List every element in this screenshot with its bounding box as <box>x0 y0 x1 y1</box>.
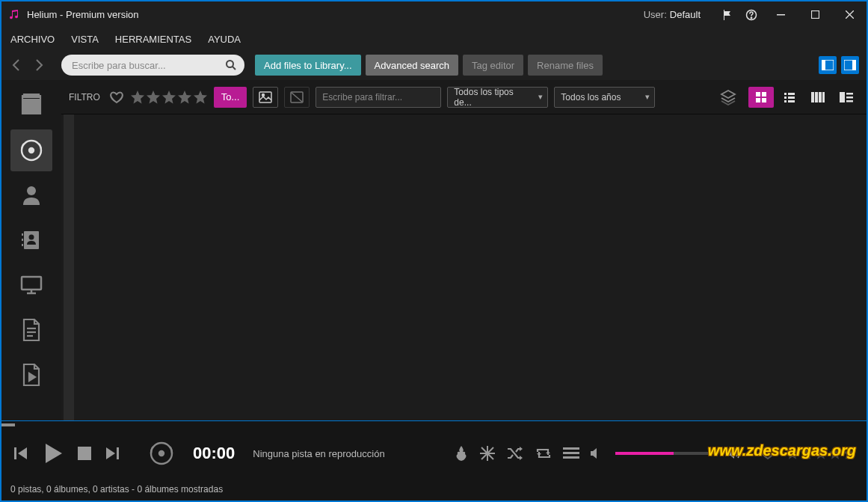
track-rating[interactable] <box>786 447 856 460</box>
menu-view[interactable]: VISTA <box>71 34 99 45</box>
filter-tag[interactable]: To... <box>214 87 247 108</box>
star-icon[interactable] <box>786 447 799 460</box>
svg-rect-43 <box>819 92 822 102</box>
play-button[interactable] <box>40 441 66 466</box>
sidebar-library-icon[interactable] <box>10 85 52 126</box>
svg-rect-39 <box>784 100 787 102</box>
menu-tools[interactable]: HERRAMIENTAS <box>115 34 191 45</box>
filter-input[interactable] <box>316 87 441 108</box>
tag-editor-button[interactable]: Tag editor <box>463 55 523 76</box>
sidebar-display-icon[interactable] <box>10 264 52 306</box>
user-name[interactable]: Default <box>670 9 701 20</box>
content-area: FILTRO To... Todos los tipos de... Todos… <box>61 80 867 420</box>
star-icon[interactable] <box>814 447 828 460</box>
svg-rect-9 <box>822 60 825 70</box>
type-dropdown[interactable]: Todos los tipos de... <box>447 87 548 108</box>
has-cover-icon[interactable] <box>253 87 278 108</box>
rating-filter[interactable] <box>130 90 208 105</box>
progress-bar[interactable] <box>1 420 867 428</box>
star-icon[interactable] <box>828 447 842 460</box>
favorite-icon[interactable] <box>109 90 124 105</box>
queue-icon[interactable] <box>563 447 579 460</box>
app-title: Helium - Premium version <box>27 9 139 20</box>
nav-forward-icon[interactable] <box>30 57 46 73</box>
repeat-icon[interactable] <box>535 446 552 461</box>
view-list-button[interactable] <box>777 87 802 108</box>
status-text: 0 pistas, 0 álbumes, 0 artistas - 0 álbu… <box>10 484 223 495</box>
svg-rect-40 <box>788 100 795 102</box>
svg-rect-41 <box>811 92 814 102</box>
search-icon[interactable] <box>225 59 237 71</box>
svg-rect-36 <box>788 93 795 95</box>
right-panel-toggle[interactable] <box>841 56 859 74</box>
svg-rect-34 <box>762 98 766 102</box>
star-icon[interactable] <box>843 447 856 460</box>
svg-rect-3 <box>811 11 819 19</box>
star-icon[interactable] <box>161 90 176 105</box>
user-label: User: <box>644 9 667 20</box>
search-input[interactable] <box>72 60 225 71</box>
next-button[interactable] <box>103 444 121 462</box>
menu-help[interactable]: AYUDA <box>208 34 241 45</box>
svg-rect-33 <box>756 98 760 102</box>
sidebar-contacts-icon[interactable] <box>10 219 52 261</box>
star-icon[interactable] <box>177 90 192 105</box>
svg-rect-38 <box>788 97 795 99</box>
search-box[interactable] <box>61 55 244 76</box>
filter-bar: FILTRO To... Todos los tipos de... Todos… <box>61 80 867 114</box>
prev-button[interactable] <box>12 444 30 462</box>
view-grid-button[interactable] <box>748 87 774 108</box>
menubar: ARCHIVO VISTA HERRAMIENTAS AYUDA <box>1 28 867 50</box>
nav-back-icon[interactable] <box>9 57 25 73</box>
menu-file[interactable]: ARCHIVO <box>10 34 55 45</box>
sidebar-playlist-icon[interactable] <box>10 354 52 396</box>
add-files-button[interactable]: Add files to Library... <box>255 55 361 76</box>
year-dropdown[interactable]: Todos los años <box>554 87 655 108</box>
close-button[interactable] <box>832 3 867 27</box>
player-bar: 00:00 Ninguna pista en reproducción <box>1 428 867 479</box>
toolbar: Add files to Library... Advanced search … <box>1 50 867 80</box>
now-playing-disc-icon <box>147 438 176 468</box>
star-icon[interactable] <box>130 90 145 105</box>
no-cover-icon[interactable] <box>284 87 310 108</box>
snow-icon[interactable] <box>479 445 496 462</box>
scrollbar[interactable] <box>64 114 74 420</box>
shuffle-icon[interactable] <box>506 446 524 461</box>
svg-rect-32 <box>762 92 766 97</box>
left-panel-toggle[interactable] <box>819 56 837 74</box>
volume-slider[interactable] <box>615 452 712 455</box>
sidebar-document-icon[interactable] <box>10 309 52 351</box>
svg-point-17 <box>29 235 34 240</box>
star-icon[interactable] <box>146 90 161 105</box>
help-icon[interactable] <box>739 3 763 27</box>
volume-high-icon[interactable] <box>727 447 742 459</box>
maximize-button[interactable] <box>798 3 832 27</box>
sidebar-artist-icon[interactable] <box>10 174 52 216</box>
sidebar-music-icon[interactable] <box>10 129 52 171</box>
like-icon[interactable] <box>760 446 775 461</box>
minimize-button[interactable] <box>763 3 798 27</box>
rename-files-button[interactable]: Rename files <box>528 55 603 76</box>
layers-icon[interactable] <box>720 89 736 105</box>
star-icon[interactable] <box>193 90 208 105</box>
svg-rect-51 <box>117 447 119 459</box>
flag-icon[interactable] <box>715 3 739 27</box>
svg-rect-47 <box>846 97 853 99</box>
svg-rect-19 <box>22 239 23 241</box>
view-switcher <box>748 87 859 108</box>
svg-rect-2 <box>777 14 785 16</box>
volume-fill <box>615 452 674 455</box>
burn-icon[interactable] <box>454 445 469 462</box>
svg-rect-37 <box>784 97 787 99</box>
svg-point-14 <box>29 148 34 153</box>
svg-rect-12 <box>22 99 40 114</box>
view-columns-button[interactable] <box>805 87 831 108</box>
volume-low-icon[interactable] <box>590 447 600 459</box>
svg-rect-59 <box>563 452 579 454</box>
app-icon <box>7 8 21 22</box>
svg-rect-45 <box>840 92 845 102</box>
view-detail-button[interactable] <box>834 87 859 108</box>
stop-button[interactable] <box>76 445 93 462</box>
star-icon[interactable] <box>800 447 813 460</box>
advanced-search-button[interactable]: Advanced search <box>366 55 458 76</box>
